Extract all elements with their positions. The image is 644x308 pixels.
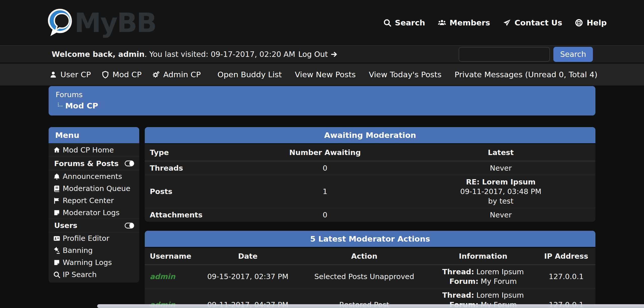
- sidebar-category-label: Users: [54, 221, 77, 230]
- mybb-bubble-icon: [47, 8, 73, 37]
- table-row: Threads 0 Never: [145, 161, 595, 175]
- sidebar-category-label: Forums & Posts: [54, 159, 119, 168]
- search-button[interactable]: Search: [553, 47, 593, 62]
- ip-cell: 127.0.0.1: [537, 265, 595, 288]
- user-icon: [49, 71, 57, 79]
- sidebar-item-banning[interactable]: Banning: [49, 244, 139, 256]
- site-header: MyBB Search Members Contact Us Help: [0, 0, 644, 45]
- sidebar-item-label: Announcements: [63, 172, 122, 181]
- sidebar-item-label: Profile Editor: [63, 234, 109, 243]
- information-cell: Thread:Lorem Ipsum Forum:My Forum: [429, 265, 537, 288]
- sidebar-menu: Mod CP Home Forums & Posts Announcements…: [49, 143, 139, 283]
- sidebar-item-announcements[interactable]: Announcements: [49, 170, 139, 182]
- type-cell: Posts: [145, 175, 244, 208]
- table-row: admin 09-15-2017, 02:37 PM Selected Post…: [145, 265, 595, 288]
- column-header-username: Username: [145, 248, 196, 265]
- gavel-icon: [53, 247, 60, 254]
- sidebar-category-forums-posts[interactable]: Forums & Posts: [49, 157, 139, 170]
- logout-link[interactable]: Log Out: [298, 50, 338, 59]
- welcome-message: Welcome back, admin. You last visited: 0…: [52, 50, 338, 59]
- sidebar-item-label: Moderator Logs: [63, 208, 120, 217]
- sidebar-title: Menu: [49, 127, 139, 143]
- thread-link[interactable]: Lorem Ipsum: [476, 267, 524, 276]
- header-link-members[interactable]: Members: [438, 18, 490, 27]
- content-area: Forums Mod CP Menu Mod CP Home Forums & …: [0, 86, 644, 308]
- members-icon: [438, 19, 446, 27]
- nav-link-user-cp[interactable]: User CP: [49, 70, 91, 79]
- awaiting-moderation-table: Type Number Awaiting Latest Threads 0 Ne…: [145, 144, 595, 222]
- nav-link-private-messages[interactable]: Private Messages (Unread 0, Total 4): [455, 70, 597, 79]
- sidebar-item-profile-editor[interactable]: Profile Editor: [49, 232, 139, 244]
- nav-link-todays-posts[interactable]: View Today's Posts: [369, 70, 442, 79]
- search-input[interactable]: [459, 47, 550, 62]
- sidebar-item-moderator-logs[interactable]: Moderator Logs: [49, 207, 139, 219]
- column-header-information: Information: [429, 248, 537, 265]
- main-row: Menu Mod CP Home Forums & Posts Announce…: [49, 127, 595, 308]
- flag-icon: [53, 197, 60, 204]
- nav-link-label: User CP: [60, 70, 91, 79]
- nav-link-label: Mod CP: [113, 70, 142, 79]
- note-icon: [53, 259, 60, 266]
- breadcrumb-forums-link[interactable]: Forums: [56, 90, 83, 99]
- info-label: Thread:: [442, 291, 474, 299]
- nav-link-admin-cp[interactable]: Admin CP: [152, 70, 201, 79]
- sidebar-item-moderation-queue[interactable]: Moderation Queue: [49, 182, 139, 195]
- header-link-contact-us[interactable]: Contact Us: [503, 18, 562, 27]
- header-menu: Search Members Contact Us Help: [383, 18, 607, 27]
- nav-link-new-posts[interactable]: View New Posts: [295, 70, 356, 79]
- welcome-bar: Welcome back, admin. You last visited: 0…: [0, 45, 644, 63]
- type-cell: Threads: [145, 161, 244, 175]
- count-cell: 0: [244, 161, 406, 175]
- sidebar-item-ip-search[interactable]: IP Search: [49, 268, 139, 281]
- id-card-icon: [53, 235, 60, 242]
- breadcrumb: Forums Mod CP: [49, 86, 595, 116]
- main-column: Awaiting Moderation Type Number Awaiting…: [145, 127, 595, 308]
- column-header-type: Type: [145, 144, 244, 161]
- column-header-action: Action: [299, 248, 429, 265]
- logout-label: Log Out: [298, 50, 328, 59]
- nav-link-mod-cp[interactable]: Mod CP: [101, 70, 142, 79]
- sidebar-item-report-center[interactable]: Report Center: [49, 195, 139, 207]
- awaiting-moderation-title: Awaiting Moderation: [145, 127, 595, 143]
- sidebar-category-users[interactable]: Users: [49, 219, 139, 232]
- logo-text: MyBB: [75, 7, 156, 38]
- forum-link[interactable]: My Forum: [481, 277, 517, 286]
- latest-post-author: by test: [411, 196, 590, 206]
- quick-search-form: Search: [459, 47, 593, 62]
- username-link[interactable]: admin: [150, 272, 175, 281]
- modcp-sidebar: Menu Mod CP Home Forums & Posts Announce…: [49, 127, 139, 283]
- moderator-actions-section: 5 Latest Moderator Actions Username Date…: [145, 231, 595, 308]
- count-cell: 0: [244, 208, 406, 222]
- table-row: Posts 1 RE: Lorem Ipsum 09-11-2017, 03:4…: [145, 175, 595, 208]
- moderator-actions-table: Username Date Action Information IP Addr…: [145, 248, 595, 308]
- welcome-username: Welcome back, admin: [52, 50, 145, 59]
- toggle-icon: [125, 222, 134, 229]
- header-link-search[interactable]: Search: [383, 18, 425, 27]
- nav-link-buddy-list[interactable]: Open Buddy List: [218, 70, 282, 79]
- table-row: Attachments 0 Never: [145, 208, 595, 222]
- header-link-label: Search: [395, 18, 425, 27]
- thread-link[interactable]: Lorem Ipsum: [476, 291, 524, 299]
- tree-branch-glyph: [58, 103, 62, 106]
- table-header-row: Type Number Awaiting Latest: [145, 144, 595, 161]
- shield-icon: [101, 71, 109, 79]
- column-header-number-awaiting: Number Awaiting: [244, 144, 406, 161]
- paper-plane-icon: [503, 19, 511, 27]
- type-cell: Attachments: [145, 208, 244, 222]
- horizontal-scrollbar[interactable]: [97, 304, 644, 308]
- life-ring-icon: [575, 19, 583, 27]
- mybb-logo[interactable]: MyBB: [47, 7, 156, 38]
- date-cell: 09-15-2017, 02:37 PM: [196, 265, 299, 288]
- latest-post-link[interactable]: RE: Lorem Ipsum: [466, 178, 535, 186]
- search-icon: [53, 271, 60, 278]
- sidebar-item-modcp-home[interactable]: Mod CP Home: [49, 143, 139, 157]
- sidebar-item-warning-logs[interactable]: Warning Logs: [49, 256, 139, 268]
- sidebar-item-label: Moderation Queue: [63, 184, 130, 193]
- sidebar-item-label: Mod CP Home: [63, 146, 114, 154]
- header-link-help[interactable]: Help: [575, 18, 607, 27]
- header-link-label: Members: [450, 18, 490, 27]
- breadcrumb-current: Mod CP: [65, 101, 98, 110]
- author-link[interactable]: test: [499, 197, 514, 205]
- note-icon: [53, 209, 60, 216]
- nav-link-label: Admin CP: [163, 70, 201, 79]
